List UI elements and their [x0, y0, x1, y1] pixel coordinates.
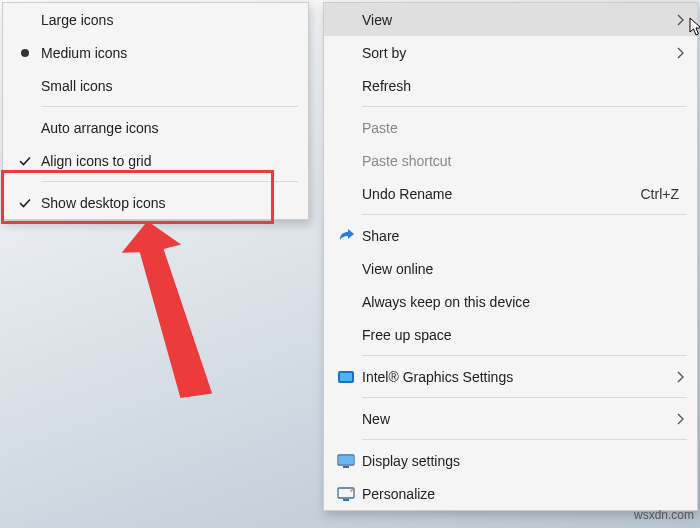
menu-divider — [362, 439, 687, 440]
menu-label: Large icons — [41, 12, 300, 28]
menu-item-sort-by[interactable]: Sort by — [324, 36, 697, 69]
menu-label: Paste shortcut — [362, 153, 689, 169]
menu-label: Free up space — [362, 327, 689, 343]
submenu-item-small-icons[interactable]: Small icons — [3, 69, 308, 102]
menu-item-view-online[interactable]: View online — [324, 252, 697, 285]
menu-label: Show desktop icons — [41, 195, 300, 211]
shortcut-label: Ctrl+Z — [641, 186, 690, 202]
menu-label: Intel® Graphics Settings — [362, 369, 673, 385]
menu-item-display-settings[interactable]: Display settings — [324, 444, 697, 477]
menu-item-view[interactable]: View — [324, 3, 697, 36]
menu-item-intel-graphics[interactable]: Intel® Graphics Settings — [324, 360, 697, 393]
menu-item-undo-rename[interactable]: Undo Rename Ctrl+Z — [324, 177, 697, 210]
menu-divider — [41, 181, 298, 182]
menu-label: Small icons — [41, 78, 300, 94]
menu-label: Sort by — [362, 45, 673, 61]
desktop-context-menu: View Sort by Refresh Paste Paste shortcu… — [323, 2, 698, 511]
menu-label: View online — [362, 261, 689, 277]
menu-label: Auto arrange icons — [41, 120, 300, 136]
svg-marker-7 — [118, 215, 212, 403]
menu-label: View — [362, 12, 673, 28]
menu-divider — [41, 106, 298, 107]
menu-divider — [362, 214, 687, 215]
menu-label: Display settings — [362, 453, 689, 469]
annotation-arrow — [60, 200, 220, 420]
submenu-item-align-to-grid[interactable]: Align icons to grid — [3, 144, 308, 177]
menu-label: Share — [362, 228, 689, 244]
chevron-right-icon — [673, 371, 689, 383]
menu-divider — [362, 397, 687, 398]
submenu-item-large-icons[interactable]: Large icons — [3, 3, 308, 36]
menu-item-free-up-space[interactable]: Free up space — [324, 318, 697, 351]
chevron-right-icon — [673, 14, 689, 26]
chevron-right-icon — [673, 413, 689, 425]
menu-divider — [362, 355, 687, 356]
svg-rect-6 — [343, 499, 349, 501]
menu-item-personalize[interactable]: Personalize — [324, 477, 697, 510]
radio-indicator-selected — [9, 49, 41, 57]
menu-item-paste: Paste — [324, 111, 697, 144]
menu-label: New — [362, 411, 673, 427]
svg-rect-1 — [340, 373, 352, 381]
menu-label: Paste — [362, 120, 689, 136]
intel-icon — [330, 367, 362, 387]
menu-label: Personalize — [362, 486, 689, 502]
menu-label: Align icons to grid — [41, 153, 300, 169]
menu-divider — [362, 106, 687, 107]
menu-item-always-keep[interactable]: Always keep on this device — [324, 285, 697, 318]
check-indicator-checked — [9, 154, 41, 168]
menu-label: Always keep on this device — [362, 294, 689, 310]
submenu-item-show-desktop-icons[interactable]: Show desktop icons — [3, 186, 308, 219]
check-indicator-checked — [9, 196, 41, 210]
svg-rect-3 — [339, 456, 353, 464]
display-icon — [330, 451, 362, 471]
menu-item-refresh[interactable]: Refresh — [324, 69, 697, 102]
submenu-item-medium-icons[interactable]: Medium icons — [3, 36, 308, 69]
menu-label: Medium icons — [41, 45, 300, 61]
chevron-right-icon — [673, 47, 689, 59]
personalize-icon — [330, 484, 362, 504]
submenu-item-auto-arrange[interactable]: Auto arrange icons — [3, 111, 308, 144]
svg-rect-4 — [343, 466, 349, 468]
menu-label: Refresh — [362, 78, 689, 94]
menu-item-paste-shortcut: Paste shortcut — [324, 144, 697, 177]
watermark: wsxdn.com — [634, 508, 694, 522]
menu-item-share[interactable]: Share — [324, 219, 697, 252]
menu-item-new[interactable]: New — [324, 402, 697, 435]
share-icon — [330, 226, 362, 246]
menu-label: Undo Rename — [362, 186, 641, 202]
view-submenu: Large icons Medium icons Small icons Aut… — [2, 2, 309, 220]
